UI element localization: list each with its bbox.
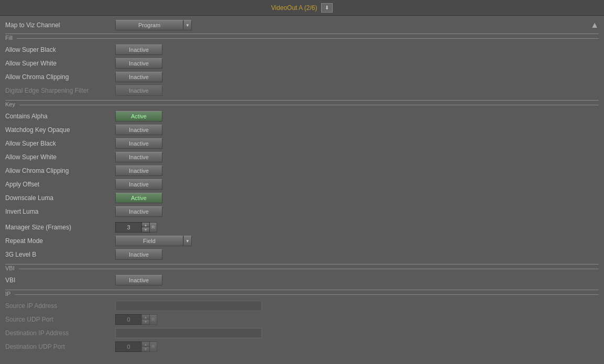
manager-size-up[interactable]: ▲: [142, 223, 149, 227]
key-item-0-toggle[interactable]: Active: [115, 111, 162, 122]
title-text: VideoOut A (2/6): [271, 4, 317, 12]
fill-item-0-toggle[interactable]: Inactive: [115, 45, 162, 55]
fill-items: Allow Super Black Inactive Allow Super W…: [5, 43, 599, 97]
fill-item-2-toggle[interactable]: Inactive: [115, 72, 162, 82]
source-ip-input: [115, 301, 262, 311]
key-item-6-label: Downscale Luma: [5, 194, 115, 202]
source-udp-down: ▼: [142, 319, 149, 324]
fill-item-3-toggle: Inactive: [115, 85, 162, 96]
dest-ip-row: Destination IP Address: [5, 327, 599, 339]
source-udp-label: Source UDP Port: [5, 316, 115, 323]
key-item-2-label: Allow Super Black: [5, 140, 115, 147]
fill-item-2-label: Allow Chroma Clipping: [5, 73, 115, 81]
fill-item-1-label: Allow Super White: [5, 60, 115, 67]
dest-udp-reset: R: [150, 341, 157, 352]
manager-size-spinbox[interactable]: ▲ ▼ R: [115, 222, 157, 233]
map-to-viz-arrow[interactable]: ▼: [183, 20, 192, 30]
dest-udp-row: Destination UDP Port ▲ ▼ R: [5, 340, 599, 353]
main-content: Map to Viz Channel Program ▼ ▲ Fill Allo…: [0, 16, 604, 364]
manager-size-input[interactable]: [115, 222, 141, 233]
repeat-mode-row: Repeat Mode Field ▼: [5, 235, 599, 247]
key-item-2: Allow Super Black Inactive: [5, 137, 599, 150]
key-item-4-toggle[interactable]: Inactive: [115, 166, 162, 176]
key-item-7-toggle[interactable]: Inactive: [115, 206, 162, 217]
repeat-mode-arrow[interactable]: ▼: [183, 236, 192, 246]
source-udp-spin-buttons: ▲ ▼: [141, 314, 150, 325]
ip-section-header: IP: [5, 290, 599, 297]
vbi-row: VBI Inactive: [5, 274, 599, 286]
upload-icon[interactable]: ▲: [590, 20, 599, 30]
source-udp-up: ▲: [142, 315, 149, 319]
dest-udp-spin-buttons: ▲ ▼: [141, 341, 150, 352]
fill-item-3-label: Digital Edge Sharpening Filter: [5, 87, 115, 94]
key-item-5: Apply Offset Inactive: [5, 178, 599, 191]
vbi-label: VBI: [5, 277, 115, 284]
key-item-3-label: Allow Super White: [5, 153, 115, 161]
source-udp-row: Source UDP Port ▲ ▼ R: [5, 313, 599, 326]
source-ip-label: Source IP Address: [5, 302, 115, 310]
repeat-mode-label: Repeat Mode: [5, 237, 115, 245]
fill-item-2: Allow Chroma Clipping Inactive: [5, 71, 599, 83]
key-item-5-label: Apply Offset: [5, 181, 115, 188]
manager-size-label: Manager Size (Frames): [5, 224, 115, 231]
key-item-7: Invert Luma Inactive: [5, 205, 599, 218]
key-item-0: Contains Alpha Active: [5, 110, 599, 123]
key-item-0-label: Contains Alpha: [5, 113, 115, 120]
fill-item-1-toggle[interactable]: Inactive: [115, 58, 162, 69]
map-to-viz-row: Map to Viz Channel Program ▼ ▲: [5, 20, 599, 30]
key-item-3-toggle[interactable]: Inactive: [115, 152, 162, 162]
manager-size-spin-buttons[interactable]: ▲ ▼: [141, 222, 150, 233]
key-section-header: Key: [5, 100, 599, 108]
fill-section-header: Fill: [5, 34, 599, 41]
key-item-6: Downscale Luma Active: [5, 192, 599, 204]
manager-size-down[interactable]: ▼: [142, 227, 149, 232]
key-item-7-label: Invert Luma: [5, 208, 115, 215]
repeat-mode-dropdown-container: Field ▼: [115, 236, 192, 246]
title-bar: VideoOut A (2/6) ⬇: [0, 0, 604, 16]
dest-udp-label: Destination UDP Port: [5, 343, 115, 350]
key-items: Contains Alpha Active Watchdog Key Opaqu…: [5, 110, 599, 218]
repeat-mode-dropdown[interactable]: Field: [115, 236, 183, 246]
manager-size-row: Manager Size (Frames) ▲ ▼ R: [5, 221, 599, 234]
key-item-1-toggle[interactable]: Inactive: [115, 125, 162, 135]
dest-udp-up: ▲: [142, 342, 149, 347]
dest-udp-input: [115, 341, 141, 352]
source-udp-input: [115, 314, 141, 325]
manager-size-reset[interactable]: R: [150, 222, 157, 233]
key-item-6-toggle[interactable]: Active: [115, 193, 162, 203]
download-button[interactable]: ⬇: [321, 3, 333, 13]
map-to-viz-label: Map to Viz Channel: [5, 21, 115, 29]
fill-item-1: Allow Super White Inactive: [5, 57, 599, 70]
fill-item-0: Allow Super Black Inactive: [5, 43, 599, 56]
dest-udp-down: ▼: [142, 347, 149, 351]
level-b-label: 3G Level B: [5, 251, 115, 258]
key-item-1: Watchdog Key Opaque Inactive: [5, 124, 599, 136]
key-item-4-label: Allow Chroma Clipping: [5, 167, 115, 174]
key-item-3: Allow Super White Inactive: [5, 151, 599, 163]
level-b-toggle[interactable]: Inactive: [115, 249, 162, 260]
fill-item-3: Digital Edge Sharpening Filter Inactive: [5, 84, 599, 97]
fill-item-0-label: Allow Super Black: [5, 46, 115, 53]
dest-ip-label: Destination IP Address: [5, 329, 115, 337]
vbi-section-header: VBI: [5, 264, 599, 272]
key-item-1-label: Watchdog Key Opaque: [5, 126, 115, 134]
key-item-2-toggle[interactable]: Inactive: [115, 138, 162, 149]
key-item-4: Allow Chroma Clipping Inactive: [5, 164, 599, 177]
source-udp-reset: R: [150, 314, 157, 325]
dest-udp-spinbox: ▲ ▼ R: [115, 341, 157, 352]
dest-ip-input: [115, 328, 262, 338]
vbi-toggle[interactable]: Inactive: [115, 275, 162, 285]
source-ip-row: Source IP Address: [5, 300, 599, 312]
level-b-row: 3G Level B Inactive: [5, 248, 599, 261]
map-to-viz-dropdown[interactable]: Program: [115, 20, 183, 30]
key-item-5-toggle[interactable]: Inactive: [115, 179, 162, 190]
source-udp-spinbox: ▲ ▼ R: [115, 314, 157, 325]
